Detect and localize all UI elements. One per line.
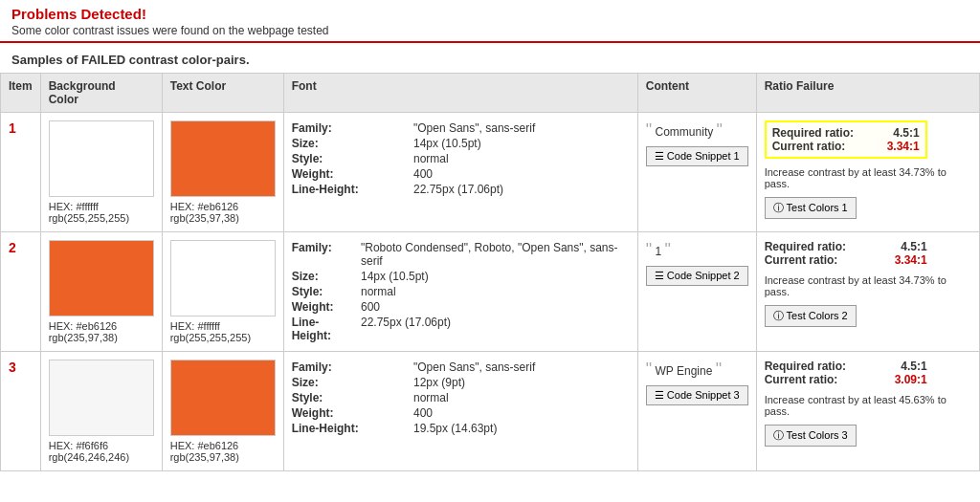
font-cell: Family:"Open Sans", sans-serif Size:12px…	[283, 352, 637, 471]
style-label: Style:	[292, 151, 413, 166]
size-label: Size:	[292, 269, 361, 284]
required-value: 4.5:1	[901, 360, 926, 373]
col-ratio: Ratio Failure	[756, 74, 979, 113]
ratio-cell: Required ratio: 4.5:1 Current ratio: 3.0…	[756, 352, 979, 471]
open-quote-icon: "	[646, 240, 652, 259]
bg-color-cell: HEX: #ffffff rgb(255,255,255)	[40, 113, 162, 232]
content-area: " 1 " ☰ Code Snippet 2	[646, 240, 748, 286]
bg-rgb: rgb(255,255,255)	[49, 212, 154, 224]
bg-hex: HEX: #ffffff	[49, 201, 154, 212]
font-cell: Family:"Open Sans", sans-serif Size:14px…	[283, 113, 637, 232]
test-colors-button[interactable]: ⓘ Test Colors 1	[765, 197, 857, 219]
content-text: 1	[656, 245, 662, 258]
ratio-box: Required ratio: 4.5:1 Current ratio: 3.0…	[765, 360, 927, 386]
required-value: 4.5:1	[901, 240, 926, 253]
required-value: 4.5:1	[893, 126, 919, 140]
bg-hex: HEX: #f6f6f6	[49, 440, 154, 451]
current-label: Current ratio:	[772, 140, 846, 153]
size-value: 14px (10.5pt)	[413, 136, 630, 151]
current-label: Current ratio:	[765, 253, 838, 267]
item-cell: 2	[1, 232, 41, 352]
text-rgb: rgb(255,255,255)	[170, 332, 276, 343]
header: Problems Detected! Some color contrast i…	[0, 0, 980, 43]
lineheight-value: 19.5px (14.63pt)	[413, 421, 630, 436]
lineheight-label: Line-Height:	[292, 315, 361, 343]
close-quote-icon: "	[716, 360, 722, 379]
test-colors-button[interactable]: ⓘ Test Colors 2	[765, 305, 857, 327]
item-cell: 1	[1, 113, 41, 232]
ratio-note: Increase contrast by at least 34.73% to …	[765, 274, 971, 297]
col-item: Item	[1, 74, 41, 113]
text-swatch	[170, 240, 276, 316]
lineheight-value: 22.75px (17.06pt)	[413, 182, 630, 197]
current-value: 3.34:1	[887, 140, 920, 153]
table-row: 2 HEX: #eb6126 rgb(235,97,38) HEX: #ffff…	[1, 232, 980, 352]
family-value: "Roboto Condensed", Roboto, "Open Sans",…	[361, 240, 630, 269]
text-hex: HEX: #eb6126	[170, 201, 276, 212]
text-swatch	[170, 120, 276, 197]
bg-color-cell: HEX: #f6f6f6 rgb(246,246,246)	[40, 352, 162, 471]
code-snippet-button[interactable]: ☰ Code Snippet 3	[646, 385, 748, 405]
font-details: Family:"Roboto Condensed", Roboto, "Open…	[292, 240, 630, 343]
bg-swatch	[49, 360, 154, 436]
ratio-note: Increase contrast by at least 45.63% to …	[765, 394, 971, 417]
ratio-cell: Required ratio: 4.5:1 Current ratio: 3.3…	[756, 232, 979, 352]
font-details: Family:"Open Sans", sans-serif Size:12px…	[292, 360, 630, 436]
test-colors-button[interactable]: ⓘ Test Colors 3	[765, 425, 857, 447]
page-title: Problems Detected!	[11, 6, 969, 22]
style-label: Style:	[292, 390, 413, 405]
table-row: 3 HEX: #f6f6f6 rgb(246,246,246) HEX: #eb…	[1, 352, 980, 471]
open-quote-icon: "	[646, 360, 652, 379]
size-value: 14px (10.5pt)	[361, 269, 630, 284]
code-snippet-button[interactable]: ☰ Code Snippet 2	[646, 266, 748, 286]
text-hex: HEX: #eb6126	[170, 440, 276, 451]
size-label: Size:	[292, 136, 413, 151]
family-label: Family:	[292, 240, 361, 269]
text-color-cell: HEX: #eb6126 rgb(235,97,38)	[162, 113, 283, 232]
lineheight-label: Line-Height:	[292, 182, 413, 197]
text-swatch	[170, 360, 276, 436]
content-text: Community	[656, 125, 714, 139]
text-hex: HEX: #ffffff	[170, 320, 276, 332]
size-label: Size:	[292, 375, 413, 390]
current-label: Current ratio:	[765, 373, 838, 386]
bg-swatch	[49, 240, 154, 316]
family-label: Family:	[292, 360, 413, 375]
col-text-color: Text Color	[162, 74, 283, 113]
bg-rgb: rgb(235,97,38)	[49, 332, 154, 343]
lineheight-value: 22.75px (17.06pt)	[361, 315, 630, 343]
family-value: "Open Sans", sans-serif	[413, 120, 630, 136]
col-bg-color: BackgroundColor	[40, 74, 162, 113]
item-number: 2	[9, 240, 16, 255]
col-font: Font	[283, 74, 637, 113]
code-snippet-button[interactable]: ☰ Code Snippet 1	[646, 146, 748, 166]
required-label: Required ratio:	[765, 240, 846, 253]
current-row: Current ratio: 3.34:1	[765, 253, 927, 267]
ratio-box: Required ratio: 4.5:1 Current ratio: 3.3…	[765, 240, 927, 267]
weight-value: 600	[361, 299, 630, 315]
current-row: Current ratio: 3.34:1	[772, 140, 920, 153]
required-row: Required ratio: 4.5:1	[765, 360, 927, 373]
table-row: 1 HEX: #ffffff rgb(255,255,255) HEX: #eb…	[1, 113, 980, 232]
text-color-cell: HEX: #ffffff rgb(255,255,255)	[162, 232, 283, 352]
ratio-cell: Required ratio: 4.5:1 Current ratio: 3.3…	[756, 113, 979, 232]
family-value: "Open Sans", sans-serif	[413, 360, 630, 375]
weight-value: 400	[413, 166, 630, 182]
required-row: Required ratio: 4.5:1	[772, 126, 920, 140]
text-rgb: rgb(235,97,38)	[170, 451, 276, 463]
table-header: Item BackgroundColor Text Color Font Con…	[1, 74, 980, 113]
current-row: Current ratio: 3.09:1	[765, 373, 927, 386]
text-color-cell: HEX: #eb6126 rgb(235,97,38)	[162, 352, 283, 471]
font-cell: Family:"Roboto Condensed", Roboto, "Open…	[283, 232, 637, 352]
required-label: Required ratio:	[772, 126, 854, 140]
size-value: 12px (9pt)	[413, 375, 630, 390]
content-text: WP Engine	[656, 364, 713, 378]
close-quote-icon: "	[665, 240, 671, 259]
ratio-note: Increase contrast by at least 34.73% to …	[765, 166, 971, 189]
item-number: 1	[9, 120, 16, 136]
close-quote-icon: "	[717, 120, 723, 140]
required-label: Required ratio:	[765, 360, 846, 373]
contrast-table: Item BackgroundColor Text Color Font Con…	[0, 73, 980, 471]
bg-color-cell: HEX: #eb6126 rgb(235,97,38)	[40, 232, 162, 352]
style-value: normal	[413, 390, 630, 405]
